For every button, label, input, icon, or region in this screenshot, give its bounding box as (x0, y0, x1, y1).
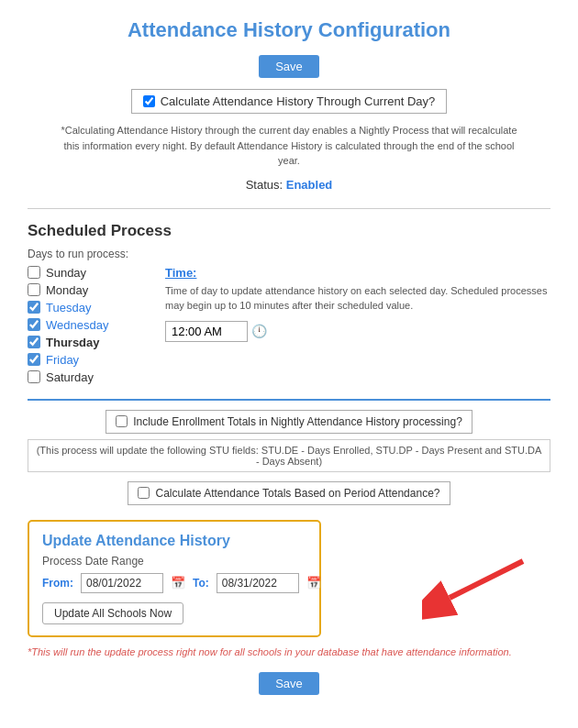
sunday-checkbox[interactable] (28, 266, 40, 279)
calculate-checkbox-label[interactable]: Calculate Attendance History Through Cur… (131, 89, 448, 114)
calculate-checkbox[interactable] (143, 95, 155, 107)
time-column: Time: Time of day to update attendance h… (165, 266, 550, 342)
friday-checkbox[interactable] (28, 353, 40, 366)
time-input-row: 🕛 (165, 321, 550, 342)
save-button-bottom[interactable]: Save (259, 672, 319, 695)
thursday-checkbox[interactable] (28, 336, 40, 348)
process-date-label: Process Date Range (42, 555, 306, 568)
day-sunday[interactable]: Sunday (28, 266, 128, 280)
enrollment-label-text: Include Enrollment Totals in Nightly Att… (133, 415, 462, 428)
status-value: Enabled (286, 178, 333, 192)
day-monday[interactable]: Monday (28, 283, 128, 297)
info-text: *Calculating Attendance History through … (60, 123, 518, 169)
day-saturday[interactable]: Saturday (28, 370, 128, 384)
days-column: Sunday Monday Tuesday Wednesday Thursday… (28, 266, 128, 384)
enrollment-checkbox[interactable] (116, 415, 128, 427)
calculate-label-text: Calculate Attendance History Through Cur… (161, 94, 436, 108)
scheduled-process-section: Scheduled Process Days to run process: S… (28, 222, 550, 384)
tuesday-label: Tuesday (46, 301, 91, 314)
svg-line-1 (450, 561, 523, 598)
update-section-wrapper: Update Attendance History Process Date R… (28, 520, 550, 637)
time-input[interactable] (165, 321, 248, 342)
day-wednesday[interactable]: Wednesday (28, 318, 128, 332)
saturday-checkbox[interactable] (28, 370, 40, 383)
monday-checkbox[interactable] (28, 283, 40, 296)
tuesday-checkbox[interactable] (28, 301, 40, 314)
divider-blue (28, 399, 550, 401)
sunday-label: Sunday (46, 266, 86, 280)
status-row: Status: Enabled (28, 178, 550, 192)
scheduled-process-title: Scheduled Process (28, 222, 550, 240)
to-date-input[interactable] (217, 573, 299, 593)
from-date-input[interactable] (81, 573, 163, 593)
wednesday-label: Wednesday (46, 318, 108, 332)
time-description: Time of day to update attendance history… (165, 283, 550, 314)
clock-icon: 🕛 (251, 324, 267, 338)
divider-1 (28, 208, 550, 209)
update-note: *This will run the update process right … (28, 646, 550, 657)
status-label: Status: (246, 178, 283, 192)
update-title: Update Attendance History (42, 533, 306, 549)
friday-label: Friday (46, 353, 79, 367)
enrollment-checkbox-label[interactable]: Include Enrollment Totals in Nightly Att… (106, 410, 472, 434)
update-attendance-section: Update Attendance History Process Date R… (28, 520, 321, 637)
period-section: Calculate Attendance Totals Based on Per… (28, 481, 550, 505)
update-note-text: *This will run the update process right … (28, 646, 512, 657)
period-checkbox-label[interactable]: Calculate Attendance Totals Based on Per… (128, 481, 450, 505)
to-calendar-icon[interactable]: 📅 (306, 576, 321, 590)
from-label: From: (42, 577, 73, 590)
arrow-icon (422, 547, 532, 621)
save-button-top[interactable]: Save (259, 55, 319, 78)
arrow-area (321, 520, 550, 621)
days-label: Days to run process: (28, 248, 550, 260)
update-all-schools-button[interactable]: Update All Schools Now (42, 602, 183, 624)
wednesday-checkbox[interactable] (28, 318, 40, 331)
date-range-row: From: 📅 To: 📅 (42, 573, 306, 593)
day-thursday[interactable]: Thursday (28, 336, 128, 349)
saturday-label: Saturday (46, 370, 94, 384)
to-label: To: (193, 577, 209, 590)
schedule-grid: Sunday Monday Tuesday Wednesday Thursday… (28, 266, 550, 384)
day-tuesday[interactable]: Tuesday (28, 301, 128, 314)
monday-label: Monday (46, 283, 88, 297)
period-checkbox[interactable] (138, 487, 150, 499)
thursday-label: Thursday (46, 336, 100, 349)
day-friday[interactable]: Friday (28, 353, 128, 367)
save-button-bottom-wrapper: Save (28, 672, 550, 695)
period-label-text: Calculate Attendance Totals Based on Per… (155, 487, 439, 500)
from-calendar-icon[interactable]: 📅 (171, 576, 185, 590)
stu-fields-note: (This process will update the following … (28, 439, 550, 472)
page-title: Attendance History Configuration (28, 18, 550, 42)
time-label: Time: (165, 266, 550, 280)
enrollment-section: Include Enrollment Totals in Nightly Att… (28, 410, 550, 434)
